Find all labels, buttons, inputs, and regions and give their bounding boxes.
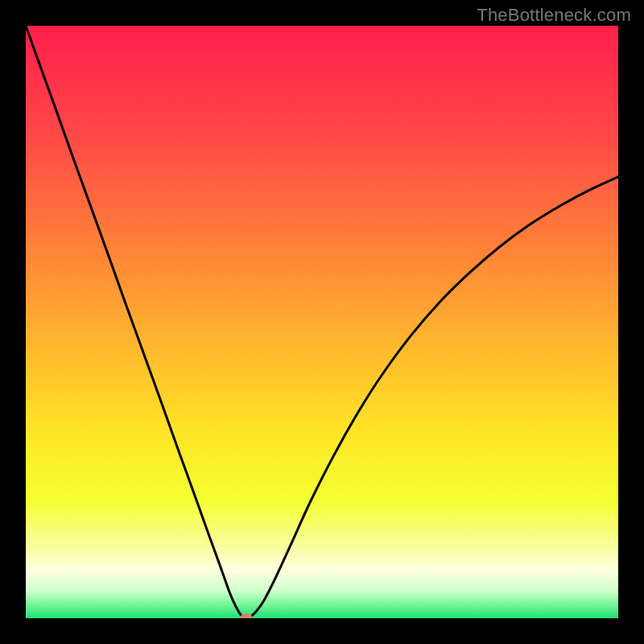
chart-frame: TheBottleneck.com xyxy=(0,0,644,644)
watermark-text: TheBottleneck.com xyxy=(477,5,631,26)
bottleneck-curve xyxy=(26,26,618,618)
minimum-marker xyxy=(240,613,253,618)
plot-area xyxy=(26,26,618,618)
